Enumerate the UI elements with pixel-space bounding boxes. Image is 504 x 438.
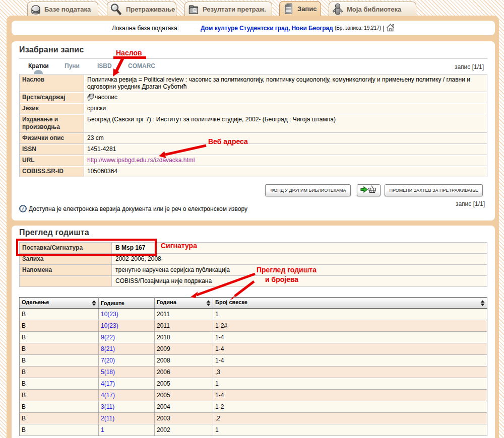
svg-text:i: i — [22, 206, 24, 211]
